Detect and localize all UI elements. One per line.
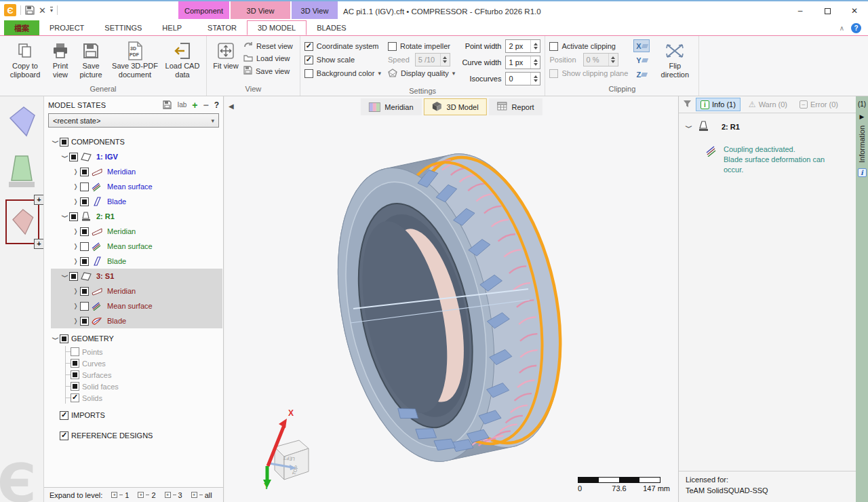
state-dropdown[interactable]: <recent state> ▾ bbox=[48, 113, 219, 128]
clip-axis-y-button[interactable]: Y bbox=[633, 54, 650, 66]
tab-project[interactable]: PROJECT bbox=[39, 20, 94, 35]
checkbox-icon[interactable] bbox=[80, 197, 89, 206]
tree-node-geometry[interactable]: ❭ GEOMETRY bbox=[51, 331, 223, 346]
3d-viewport[interactable]: ◀ Meridian 3D Model Report bbox=[224, 96, 678, 502]
tree-node-reference-designs[interactable]: REFERENCE DESIGNS bbox=[51, 428, 223, 443]
tree-node-s1-blade[interactable]: ❭ Blade bbox=[51, 313, 222, 328]
add-component-before-button[interactable]: + bbox=[34, 195, 44, 205]
tab-help[interactable]: HELP bbox=[152, 20, 192, 35]
information-side-tab[interactable]: (1) ▶ Information i bbox=[856, 96, 868, 502]
tab-3d-model[interactable]: 3D MODEL bbox=[247, 20, 307, 35]
background-color-checkbox[interactable]: Background color ▾ bbox=[304, 66, 381, 80]
expander-icon[interactable]: ❭ bbox=[62, 212, 68, 221]
checkbox-icon[interactable] bbox=[80, 302, 89, 311]
expander-icon[interactable]: ❭ bbox=[52, 334, 59, 343]
point-width-spinner[interactable]: 2 px bbox=[505, 39, 540, 53]
expander-icon[interactable]: ❭ bbox=[52, 138, 59, 147]
tree-node-r1-meridian[interactable]: ❭ Meridian bbox=[51, 224, 223, 239]
component-thumb-r1[interactable] bbox=[0, 153, 43, 189]
position-spinner[interactable]: 0 % bbox=[583, 53, 618, 66]
checkbox-icon[interactable] bbox=[69, 212, 78, 221]
tree-node-solid-faces[interactable]: Solid faces bbox=[66, 381, 223, 392]
component-thumb-s1-selected[interactable]: + + bbox=[5, 199, 39, 244]
tab-error[interactable]: − Error (0) bbox=[795, 98, 842, 111]
checkbox-icon[interactable] bbox=[71, 370, 79, 379]
customize-toolbar-icon[interactable]: ▾ bbox=[50, 7, 53, 14]
spinner-arrows-icon[interactable] bbox=[530, 73, 540, 85]
clip-axis-x-button[interactable]: X bbox=[633, 39, 650, 52]
expander-icon[interactable]: ❭ bbox=[71, 303, 80, 309]
curve-width-spinner[interactable]: 1 px bbox=[505, 56, 540, 69]
checkbox-icon[interactable] bbox=[71, 382, 79, 391]
expander-icon[interactable]: ❭ bbox=[71, 258, 80, 265]
save-view-button[interactable]: Save view bbox=[243, 66, 293, 76]
tree-node-r1[interactable]: ❭ 2: R1 bbox=[51, 209, 223, 224]
expander-icon[interactable]: ❭ bbox=[71, 228, 80, 235]
message-node-r1[interactable]: ❭ 2: R1 bbox=[684, 120, 852, 134]
add-state-icon[interactable]: + bbox=[192, 100, 197, 111]
expand-level-2-button[interactable]: +2 bbox=[138, 491, 155, 499]
save-state-icon[interactable] bbox=[163, 100, 172, 109]
activate-clipping-checkbox[interactable]: Activate clipping bbox=[549, 39, 628, 53]
expander-icon[interactable]: ❭ bbox=[71, 317, 80, 324]
collapse-panel-icon[interactable]: ◀ bbox=[229, 102, 234, 110]
fit-view-button[interactable]: Fit view bbox=[211, 38, 241, 71]
filter-icon[interactable] bbox=[683, 100, 692, 109]
print-view-button[interactable]: Print view bbox=[46, 38, 75, 79]
tab-file[interactable]: 檔案 bbox=[4, 20, 39, 35]
tree-node-r1-mean-surface[interactable]: ❭ Mean surface bbox=[51, 239, 223, 254]
checkbox-icon[interactable] bbox=[80, 287, 89, 296]
load-view-button[interactable]: Load view bbox=[243, 54, 293, 63]
expander-icon[interactable]: ❭ bbox=[71, 198, 80, 205]
checkbox-icon[interactable] bbox=[69, 153, 78, 161]
message-item[interactable]: Coupling deactivated. Blade surface defo… bbox=[705, 144, 852, 175]
tree-node-igv-meridian[interactable]: ❭ Meridian bbox=[51, 164, 223, 179]
close-document-icon[interactable]: ✕ bbox=[39, 5, 46, 16]
checkbox-icon[interactable] bbox=[80, 182, 89, 191]
expander-icon[interactable]: ❭ bbox=[62, 153, 68, 161]
tab-report[interactable]: Report bbox=[489, 98, 542, 115]
close-button[interactable]: ✕ bbox=[841, 1, 868, 20]
model-states-help-icon[interactable]: ? bbox=[214, 100, 219, 110]
checkbox-icon[interactable] bbox=[71, 393, 79, 402]
checkbox-icon[interactable] bbox=[60, 431, 68, 440]
reset-view-button[interactable]: Reset view bbox=[243, 41, 293, 51]
tree-node-curves[interactable]: Curves bbox=[66, 358, 223, 369]
tab-stator[interactable]: STATOR bbox=[197, 20, 247, 35]
load-cad-data-button[interactable]: Load CAD data bbox=[163, 38, 202, 79]
tree-node-points[interactable]: Points bbox=[66, 346, 223, 358]
help-icon[interactable]: ? bbox=[851, 23, 861, 33]
show-clipping-plane-checkbox[interactable]: Show clipping plane bbox=[549, 66, 628, 80]
copy-to-clipboard-button[interactable]: Copy to clipboard bbox=[4, 38, 46, 79]
tree-node-components[interactable]: ❭ COMPONENTS bbox=[51, 134, 223, 149]
checkbox-icon[interactable] bbox=[71, 347, 79, 356]
tree-node-imports[interactable]: IMPORTS bbox=[51, 408, 223, 423]
tree-node-igv-mean-surface[interactable]: ❭ Mean surface bbox=[51, 179, 223, 194]
checkbox-icon[interactable] bbox=[80, 257, 89, 266]
checkbox-icon[interactable] bbox=[80, 168, 89, 176]
collapse-ribbon-icon[interactable]: ∧ bbox=[840, 24, 844, 32]
expand-level-all-button[interactable]: +all bbox=[191, 491, 212, 499]
save-icon[interactable] bbox=[25, 5, 35, 15]
tree-node-s1-meridian[interactable]: ❭ Meridian bbox=[51, 284, 222, 298]
expander-icon[interactable]: ❭ bbox=[71, 243, 80, 250]
expand-level-3-button[interactable]: +3 bbox=[165, 491, 182, 499]
tree-node-igv-blade[interactable]: ❭ Blade bbox=[51, 194, 223, 209]
tree-node-surfaces[interactable]: Surfaces bbox=[66, 369, 223, 381]
coordinate-system-checkbox[interactable]: Coordinate system bbox=[304, 39, 381, 53]
tab-info[interactable]: i Info (1) bbox=[696, 98, 741, 111]
checkbox-icon[interactable] bbox=[80, 242, 89, 251]
speed-spinner[interactable]: 5 /10 bbox=[415, 53, 450, 66]
show-scale-checkbox[interactable]: Show scale bbox=[304, 53, 381, 66]
tab-3d-model-view[interactable]: 3D Model bbox=[424, 98, 487, 115]
save-picture-button[interactable]: Save picture bbox=[75, 38, 107, 79]
checkbox-icon[interactable] bbox=[60, 334, 68, 343]
checkbox-icon[interactable] bbox=[60, 411, 68, 420]
clip-axis-z-button[interactable]: Z bbox=[633, 68, 650, 81]
expander-icon[interactable]: ❭ bbox=[71, 183, 80, 190]
checkbox-icon[interactable] bbox=[69, 272, 78, 281]
expander-icon[interactable]: ❭ bbox=[71, 168, 80, 175]
isocurves-spinner[interactable]: 0 bbox=[505, 72, 540, 85]
maximize-button[interactable] bbox=[814, 1, 841, 20]
checkbox-icon[interactable] bbox=[71, 359, 79, 368]
